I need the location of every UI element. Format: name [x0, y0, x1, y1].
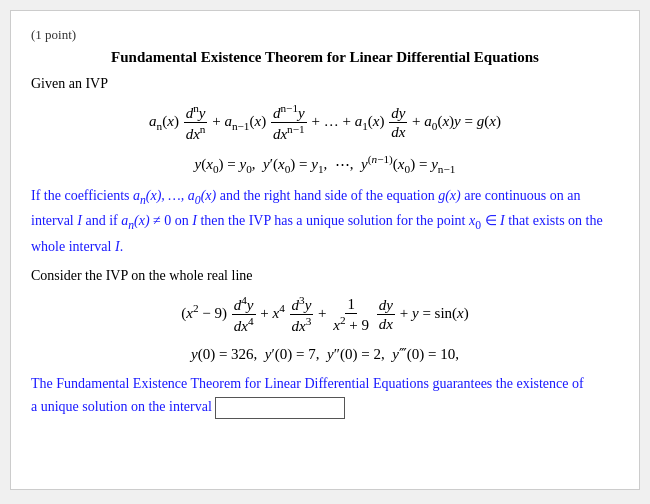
- main-card: (1 point) Fundamental Existence Theorem …: [10, 10, 640, 490]
- condition-text: If the coefficients an(x), …, a0(x) and …: [31, 185, 619, 258]
- frac-dy-dx: dy dx: [389, 104, 407, 141]
- frac-d4y-dx4: d4y dx4: [232, 294, 256, 335]
- frac-dn1y-dxn1: dn−1y dxn−1: [271, 102, 307, 143]
- specific-initial-conditions: y(0) = 326, y′(0) = 7, y″(0) = 2, y‴(0) …: [31, 345, 619, 363]
- an-coeff: an(x): [149, 113, 179, 129]
- consider-text: Consider the IVP on the whole real line: [31, 268, 619, 284]
- frac-dy-dx-2: dy dx: [377, 296, 395, 333]
- point-label: (1 point): [31, 27, 619, 43]
- theorem-title: Fundamental Existence Theorem for Linear…: [31, 49, 619, 66]
- specific-equation: (x2 − 9) d4y dx4 + x4 d3y dx3 + 1 x2 + 9…: [31, 294, 619, 335]
- main-equation: an(x) dny dxn + an−1(x) dn−1y dxn−1 + … …: [31, 102, 619, 143]
- frac-1-x2p9: 1 x2 + 9: [331, 295, 371, 334]
- interval-input[interactable]: [215, 397, 345, 419]
- initial-conditions: y(x0) = y0, y′(x0) = y1, ⋯, y(n−1)(x0) =…: [31, 153, 619, 175]
- conclusion-line-1: The Fundamental Existence Theorem for Li…: [31, 376, 584, 391]
- conclusion-line-2: a unique solution on the interval: [31, 399, 212, 414]
- frac-d3y-dx3: d3y dx3: [290, 294, 314, 335]
- given-ivp-label: Given an IVP: [31, 76, 619, 92]
- frac-dny-dxn: dny dxn: [184, 102, 208, 143]
- conclusion-text: The Fundamental Existence Theorem for Li…: [31, 373, 619, 418]
